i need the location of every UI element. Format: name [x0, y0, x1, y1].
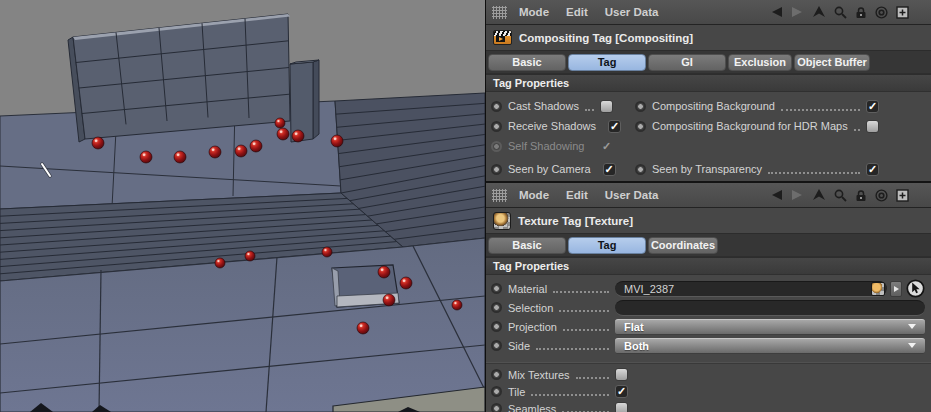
- material-field[interactable]: MVI_2387: [615, 281, 887, 297]
- checkbox[interactable]: [615, 402, 628, 412]
- prop-compositing-background-hdr[interactable]: Compositing Background for HDR Maps: [635, 119, 927, 133]
- panel-grip-icon[interactable]: [492, 6, 507, 19]
- prop-seen-by-transparency[interactable]: Seen by Transparency ✓: [635, 162, 927, 176]
- tab-exclusion[interactable]: Exclusion: [728, 54, 792, 71]
- prop-mix-textures[interactable]: Mix Textures: [491, 366, 925, 383]
- anim-dot-icon[interactable]: [491, 302, 502, 313]
- marker-sphere[interactable]: [322, 247, 332, 257]
- menu-edit[interactable]: Edit: [566, 6, 588, 18]
- tag-properties: Cast Shadows Compositing Background ✓ Re…: [486, 92, 931, 182]
- anim-dot-icon[interactable]: [491, 121, 502, 132]
- field-side: Side Both: [491, 336, 925, 355]
- separator: [486, 355, 931, 364]
- tab-tag[interactable]: Tag: [568, 237, 646, 254]
- field-selection: Selection: [491, 298, 925, 317]
- lock-icon[interactable]: [855, 6, 867, 19]
- section-header: Tag Properties: [486, 257, 931, 275]
- anim-dot-icon[interactable]: [491, 101, 502, 112]
- prop-self-shadowing: Self Shadowing ✓: [491, 139, 613, 153]
- add-box-icon[interactable]: [896, 189, 909, 202]
- side-dropdown[interactable]: Both: [615, 338, 925, 354]
- viewport-3d[interactable]: [0, 0, 485, 412]
- menu-mode[interactable]: Mode: [519, 6, 549, 18]
- marker-sphere[interactable]: [209, 146, 221, 158]
- anim-dot-icon[interactable]: [491, 403, 502, 412]
- anim-dot-icon[interactable]: [491, 369, 502, 380]
- marker-sphere[interactable]: [400, 277, 412, 289]
- marker-sphere[interactable]: [92, 137, 104, 149]
- marker-sphere[interactable]: [292, 130, 304, 142]
- checkbox[interactable]: [615, 368, 628, 381]
- up-arrow-icon[interactable]: [812, 189, 826, 201]
- projection-dropdown[interactable]: Flat: [615, 319, 925, 335]
- viewport-scene: [0, 0, 485, 412]
- checkbox[interactable]: ✓: [608, 120, 621, 133]
- target-icon[interactable]: [875, 6, 888, 19]
- checkbox[interactable]: [866, 120, 879, 133]
- tab-gi[interactable]: GI: [648, 54, 726, 71]
- prop-seen-by-camera[interactable]: Seen by Camera ✓: [491, 162, 613, 176]
- menu-edit[interactable]: Edit: [566, 189, 588, 201]
- marker-sphere[interactable]: [378, 266, 390, 278]
- marker-sphere[interactable]: [140, 151, 152, 163]
- anim-dot-icon[interactable]: [491, 283, 502, 294]
- tab-object-buffer[interactable]: Object Buffer: [794, 54, 870, 71]
- checkbox[interactable]: ✓: [603, 163, 616, 176]
- checkbox[interactable]: ✓: [866, 163, 879, 176]
- material-menu-button[interactable]: [890, 281, 902, 297]
- target-icon[interactable]: [875, 189, 888, 202]
- prop-receive-shadows[interactable]: Receive Shadows ✓: [491, 119, 613, 133]
- marker-sphere[interactable]: [383, 294, 395, 306]
- checkbox[interactable]: ✓: [866, 100, 879, 113]
- prop-compositing-background[interactable]: Compositing Background ✓: [635, 99, 927, 113]
- lock-icon[interactable]: [855, 189, 867, 202]
- panel-grip-icon[interactable]: [492, 189, 507, 202]
- texture-tag-icon: [493, 212, 511, 230]
- add-box-icon[interactable]: [896, 6, 909, 19]
- search-icon[interactable]: [834, 6, 847, 19]
- marker-sphere[interactable]: [250, 140, 262, 152]
- marker-sphere[interactable]: [357, 322, 369, 334]
- anim-dot-icon[interactable]: [635, 101, 646, 112]
- marker-sphere[interactable]: [174, 151, 186, 163]
- marker-sphere[interactable]: [215, 258, 225, 268]
- field-projection: Projection Flat: [491, 317, 925, 336]
- menu-user-data[interactable]: User Data: [605, 189, 659, 201]
- tab-coordinates[interactable]: Coordinates: [648, 237, 718, 254]
- menu-mode[interactable]: Mode: [519, 189, 549, 201]
- forward-icon[interactable]: [791, 189, 804, 201]
- marker-sphere[interactable]: [275, 118, 285, 128]
- prop-cast-shadows[interactable]: Cast Shadows: [491, 99, 613, 113]
- marker-sphere[interactable]: [452, 300, 462, 310]
- marker-sphere[interactable]: [245, 251, 255, 261]
- material-thumbnail-icon[interactable]: [871, 282, 885, 296]
- prop-tile[interactable]: Tile ✓: [491, 383, 925, 400]
- anim-dot-icon[interactable]: [491, 386, 502, 397]
- anim-dot-icon[interactable]: [635, 121, 646, 132]
- forward-icon[interactable]: [791, 6, 804, 18]
- anim-dot-icon[interactable]: [491, 340, 502, 351]
- checkbox[interactable]: ✓: [615, 385, 628, 398]
- prop-seamless[interactable]: Seamless: [491, 400, 925, 412]
- selection-input[interactable]: [615, 300, 925, 316]
- marker-sphere[interactable]: [331, 135, 343, 147]
- up-arrow-icon[interactable]: [812, 6, 826, 18]
- menubar: Mode Edit User Data: [486, 183, 931, 208]
- tab-tag[interactable]: Tag: [568, 54, 646, 71]
- search-icon[interactable]: [834, 189, 847, 202]
- marker-sphere[interactable]: [277, 128, 289, 140]
- pillar-mesh: [290, 60, 319, 142]
- anim-dot-icon[interactable]: [635, 164, 646, 175]
- tab-basic[interactable]: Basic: [488, 54, 566, 71]
- menu-user-data[interactable]: User Data: [605, 6, 659, 18]
- tab-basic[interactable]: Basic: [488, 237, 566, 254]
- panel-title: Texture Tag [Texture]: [518, 215, 633, 227]
- anim-dot-icon[interactable]: [491, 164, 502, 175]
- checkbox[interactable]: [600, 100, 613, 113]
- back-icon[interactable]: [770, 6, 783, 18]
- back-icon[interactable]: [770, 189, 783, 201]
- object-picker-icon[interactable]: [906, 279, 925, 298]
- anim-dot-icon[interactable]: [491, 321, 502, 332]
- attribute-panel-compositing: Mode Edit User Data Compositing Tag [Com…: [485, 0, 931, 183]
- marker-sphere[interactable]: [235, 145, 247, 157]
